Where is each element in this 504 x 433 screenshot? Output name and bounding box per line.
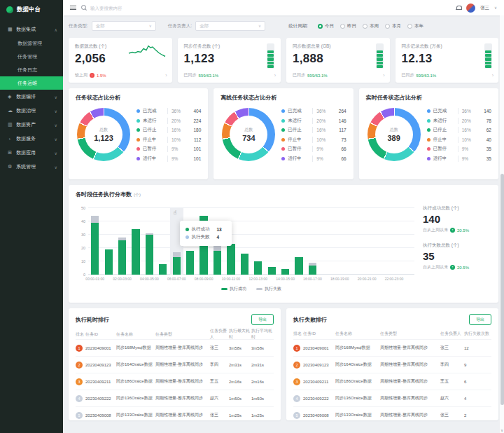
sidebar-subitem-0-3[interactable]: 任务运维 — [0, 76, 63, 90]
tooltip-label: 执行成功 — [192, 226, 210, 233]
table-cell: 赵六 — [210, 395, 229, 401]
bar-slots: 00:00-01:0002:00-03:0004:00-05:0006:00-0… — [88, 208, 414, 275]
scrollbar-thumb[interactable] — [500, 174, 504, 405]
chart-stat-block-0: 执行成功总数 (个)140自从上周以来↑20.5% — [423, 205, 491, 233]
sidebar-item-4[interactable]: ◔数据服务∨ — [0, 132, 63, 146]
scrollbar[interactable]: ∨ — [500, 15, 504, 433]
rank-badge: 3 — [293, 378, 300, 385]
bar-slot-5[interactable] — [156, 208, 169, 275]
chevron-right-icon[interactable]: › — [274, 73, 276, 78]
table-row: 120230409001同步168Mysql数据周期性增量-整库离线同步张三12 — [293, 339, 491, 356]
bar-slot-1[interactable] — [102, 208, 115, 275]
stat-value: 35 — [423, 250, 491, 262]
legend-entry[interactable]: 执行失败 — [256, 286, 281, 292]
legend-divider — [312, 146, 313, 152]
bar-stack — [214, 244, 221, 275]
chevron-right-icon[interactable]: › — [492, 73, 493, 78]
bar-stack — [227, 244, 234, 275]
legend-divider — [312, 118, 313, 124]
donut-center-label: 总数 — [390, 127, 398, 133]
bar-slot-15[interactable] — [292, 208, 305, 275]
chevron-right-icon[interactable]: › — [383, 73, 384, 78]
menu-icon[interactable] — [70, 6, 76, 10]
stat-card-2: 同步数据总量 (GB)1,888已同步599/63.1%› — [286, 38, 390, 83]
bar-chart-header: 各时段任务执行分布数 (个) — [76, 191, 491, 198]
legend-value: 35 — [486, 146, 491, 151]
sidebar-item-6[interactable]: ⚙系统管理∨ — [0, 160, 63, 174]
bar-slot-12[interactable]: 12:00-13:00 — [251, 208, 265, 275]
period-radio-0[interactable]: 今日 — [318, 23, 334, 29]
bar-slot-4[interactable]: 04:00-05:00 — [143, 208, 156, 275]
x-tick-label: 22:00-23:00 — [385, 277, 404, 281]
legend-divider — [167, 118, 168, 124]
period-radio-4[interactable]: 本年 — [407, 23, 424, 29]
scrollbar-down-arrow[interactable]: ∨ — [500, 428, 504, 432]
table-cell: 9 — [464, 363, 491, 367]
sidebar-item-2[interactable]: ☁数据治理∨ — [0, 104, 63, 118]
owner-select[interactable]: 全部 ∨ — [195, 21, 265, 31]
legend-dot-icon — [136, 157, 140, 160]
stat-compare: 自从上周以来↑20.5% — [423, 264, 491, 270]
bar-slot-18[interactable]: 18:00-19:00 — [333, 208, 346, 275]
bar-slot-21[interactable] — [374, 208, 387, 275]
legend-chip-icon — [256, 288, 262, 291]
sidebar-item-0[interactable]: ▦数据集成∧ — [0, 22, 63, 36]
cursor-hand-icon: ☝ — [174, 209, 177, 216]
bar-stack — [309, 263, 316, 275]
table-cell: 2m31s — [251, 363, 274, 367]
donut-legend: 已完成36%140未运行20%78已停止16%62停止中10%40已暂停9%35… — [427, 108, 491, 162]
table-header: 排名任务ID任务名称任务类型任务负责人执行最大耗时执行平均耗时 — [76, 328, 274, 339]
sidebar-subitem-0-1[interactable]: 任务管理 — [0, 50, 63, 63]
export-button[interactable]: 导出 — [469, 314, 491, 325]
legend-dot-icon — [281, 147, 285, 151]
period-radio-2[interactable]: 本周 — [363, 23, 379, 29]
tooltip-row: 执行成功13 — [186, 226, 226, 233]
donut-center-label: 总数 — [244, 127, 253, 133]
chevron-right-icon[interactable]: › — [165, 73, 167, 78]
sidebar-subitem-0-0[interactable]: 数据源管理 — [0, 36, 63, 50]
bar-slot-17[interactable] — [319, 208, 332, 275]
legend-dot-icon — [427, 138, 430, 142]
bar-slot-0[interactable]: 00:00-01:00 — [88, 208, 102, 275]
sidebar-item-3[interactable]: ▥数据资产∨ — [0, 118, 63, 132]
bar-slot-3[interactable] — [129, 208, 142, 275]
chevron-down-icon[interactable]: ∨ — [494, 6, 497, 10]
bar-slot-14[interactable]: 14:00-15:00 — [279, 208, 292, 275]
avatar[interactable] — [466, 4, 475, 13]
bar-slot-11[interactable] — [238, 208, 251, 275]
legend-value: 146 — [339, 118, 346, 123]
task-type-select[interactable]: 全部 ∨ — [92, 21, 156, 31]
chevron-down-icon: ∨ — [55, 109, 57, 114]
sidebar-subitem-0-2[interactable]: 任务日志 — [0, 63, 63, 76]
legend-label: 已停止 — [143, 127, 164, 133]
bar-stack — [159, 264, 167, 275]
bar-slot-23[interactable] — [401, 208, 414, 275]
legend-percent: 10% — [462, 137, 479, 142]
bar-slot-2[interactable]: 02:00-03:00 — [115, 208, 129, 275]
legend-percent: 9% — [462, 156, 479, 161]
legend-entry[interactable]: 执行成功 — [221, 286, 246, 292]
bar-slot-13[interactable] — [265, 208, 278, 275]
legend-divider — [458, 118, 458, 124]
bar-success-segment — [159, 264, 167, 275]
sidebar-item-5[interactable]: ⊞数据应用∨ — [0, 146, 63, 160]
bell-icon[interactable] — [456, 5, 461, 11]
legend-item: 未运行20%224 — [136, 118, 201, 124]
rank-badge: 1 — [293, 345, 300, 352]
bar-stack — [132, 229, 139, 275]
bar-slot-22[interactable]: 22:00-23:00 — [387, 208, 400, 275]
search-input[interactable] — [90, 6, 451, 11]
tooltip-label: 执行失败 — [192, 234, 210, 240]
sidebar-item-1[interactable]: ◈数据编排∨ — [0, 90, 63, 104]
period-radio-1[interactable]: 昨日 — [340, 23, 356, 29]
bar-slot-19[interactable] — [346, 208, 360, 275]
legend-divider — [458, 127, 458, 133]
bar-slot-20[interactable]: 20:00-21:00 — [360, 208, 373, 275]
period-radio-3[interactable]: 本月 — [385, 23, 401, 29]
export-button[interactable]: 导出 — [251, 314, 274, 325]
bar-slot-16[interactable]: 16:00-17:00 — [306, 208, 319, 275]
table-cell: 2m16s — [251, 380, 274, 384]
topbar: 张三 ∨ — [63, 0, 504, 15]
radio-icon — [340, 24, 345, 29]
legend-dot-icon — [136, 138, 140, 142]
